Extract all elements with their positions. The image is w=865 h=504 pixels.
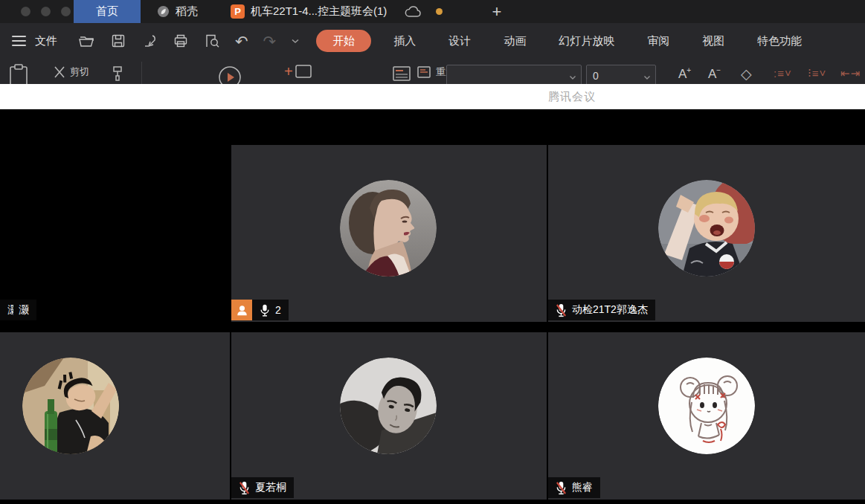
tab-document-label: 机车22T1-4...控主题班会(1): [251, 4, 387, 19]
format-toolbar: 剪切 + 重置 0 A+ A− ◇ :≡˅: [0, 59, 865, 84]
participant-label: 灏 灏: [0, 300, 36, 320]
open-file-icon[interactable]: [78, 33, 95, 49]
wps-presentation-icon: P: [231, 4, 245, 19]
file-menu[interactable]: 文件: [35, 34, 57, 48]
participant-label: 2: [231, 300, 289, 320]
format-painter-icon[interactable]: [112, 65, 123, 82]
video-tile-xiongrui[interactable]: 熊睿: [548, 332, 865, 500]
participant-name: 灏: [19, 303, 29, 317]
zoom-window-button[interactable]: [61, 7, 71, 16]
new-tab-button[interactable]: +: [484, 2, 509, 22]
indent-icons[interactable]: ⇤⇥: [840, 67, 861, 80]
tab-document[interactable]: P 机车22T1-4...控主题班会(1): [214, 0, 459, 23]
participants-badge-icon: [231, 300, 252, 320]
ribbon-tab-design[interactable]: 设计: [448, 34, 471, 48]
reset-icon: [417, 65, 431, 79]
participant-name-clipped: 灏: [7, 303, 13, 317]
unsaved-dot: [436, 8, 443, 15]
ribbon-tab-start[interactable]: 开始: [316, 30, 371, 52]
participant-name: 动检21T2郭逸杰: [572, 303, 648, 317]
ribbon-tab-special[interactable]: 特色功能: [757, 34, 802, 48]
redo-icon[interactable]: ↷: [263, 33, 277, 49]
participant-label: 夏若桐: [231, 477, 294, 498]
cloud-icon[interactable]: [405, 6, 422, 18]
numbered-list-icon[interactable]: ⁝≡˅: [808, 67, 826, 80]
screen: 首页 稻壳 P 机车22T1-4...控主题班会(1) + 文件: [0, 0, 865, 504]
font-family-select[interactable]: [446, 65, 582, 84]
text-effects-icon[interactable]: ◇: [741, 65, 752, 83]
participant-name: 熊睿: [572, 481, 593, 494]
participant-label: 熊睿: [548, 477, 600, 498]
new-slide-icon[interactable]: +: [284, 64, 312, 79]
save-icon[interactable]: [110, 33, 126, 49]
bullet-list-icon[interactable]: :≡˅: [774, 67, 792, 80]
ribbon-tab-slideshow[interactable]: 幻灯片放映: [559, 34, 614, 48]
ribbon-tab-view[interactable]: 视图: [702, 34, 724, 48]
hamburger-icon[interactable]: [12, 36, 26, 46]
cut-icon: [54, 65, 65, 79]
meeting-video-grid: 灏 灏: [0, 109, 865, 504]
video-tile-hao[interactable]: 灏 灏: [0, 145, 230, 322]
participant-label: 动检21T2郭逸杰: [548, 300, 655, 320]
cut-button[interactable]: 剪切: [54, 65, 89, 79]
video-tile-guoyijie[interactable]: 动检21T2郭逸杰: [548, 145, 865, 322]
ribbon-bar: 文件 ↶ ↷ 开始 插: [0, 23, 865, 59]
increase-font-icon[interactable]: A+: [678, 66, 691, 82]
print-preview-icon[interactable]: [204, 33, 220, 49]
window-controls: [0, 7, 71, 16]
avatar: [22, 358, 119, 454]
meeting-titlebar[interactable]: 腾讯会议: [0, 84, 865, 109]
mic-icon: [260, 303, 270, 317]
mic-muted-icon: [239, 481, 250, 495]
print-icon[interactable]: [173, 33, 189, 49]
tab-home-label: 首页: [96, 4, 118, 19]
slideshow-play-icon[interactable]: [217, 65, 242, 84]
avatar: [340, 180, 437, 277]
mic-muted-icon: [556, 303, 567, 317]
export-icon[interactable]: [141, 33, 158, 49]
chevron-down-icon[interactable]: [291, 38, 300, 44]
avatar: [658, 358, 755, 454]
tab-docer[interactable]: 稻壳: [141, 0, 214, 23]
cut-label: 剪切: [70, 65, 89, 79]
close-window-button[interactable]: [21, 7, 30, 16]
avatar: [340, 358, 437, 454]
window-titlebar: 首页 稻壳 P 机车22T1-4...控主题班会(1) +: [0, 0, 865, 23]
tab-docer-label: 稻壳: [176, 4, 198, 19]
video-tile-group[interactable]: 2: [231, 145, 547, 322]
ribbon-tabs: 插入 设计 动画 幻灯片放映 审阅 视图 特色功能: [393, 34, 802, 48]
ribbon-tab-animation[interactable]: 动画: [504, 34, 526, 48]
tab-home[interactable]: 首页: [74, 0, 141, 23]
video-tile-xiaruotong[interactable]: 夏若桐: [231, 332, 547, 500]
paste-icon[interactable]: [7, 63, 30, 84]
ribbon-tab-insert[interactable]: 插入: [393, 34, 416, 48]
avatar: [658, 180, 755, 277]
ribbon-tab-review[interactable]: 审阅: [647, 34, 669, 48]
meeting-title: 腾讯会议: [548, 90, 596, 104]
mic-muted-icon: [556, 481, 567, 495]
font-size-value: 0: [593, 70, 599, 82]
decrease-font-icon[interactable]: A−: [708, 66, 721, 82]
video-tile-unnamed[interactable]: [0, 332, 230, 500]
undo-icon[interactable]: ↶: [235, 33, 248, 49]
participant-name: 夏若桐: [255, 481, 286, 494]
font-size-select[interactable]: 0: [586, 65, 656, 84]
docer-icon: [157, 5, 170, 18]
minimize-window-button[interactable]: [41, 7, 51, 16]
quick-access-toolbar: ↶ ↷: [78, 33, 300, 49]
participant-count: 2: [275, 304, 281, 316]
slide-layout-icon[interactable]: [392, 65, 411, 82]
